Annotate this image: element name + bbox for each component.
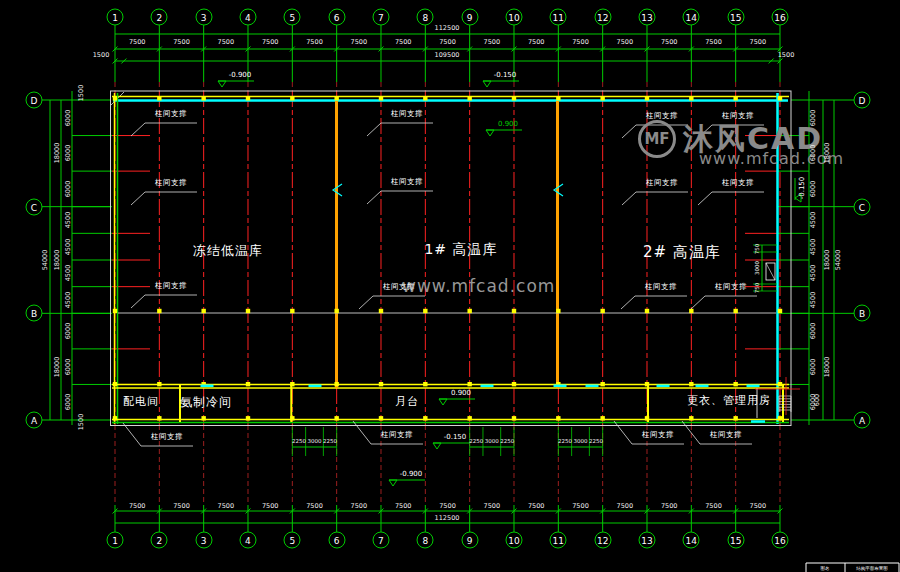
level-text: -0.150 [798, 177, 806, 200]
side-group-dim-right: 18000 [823, 143, 831, 164]
bay-dim-top: 7500 [528, 38, 545, 46]
dim-total-bottom: 112500 [435, 514, 460, 522]
door-dim-text: 3000 [307, 438, 321, 444]
level-text: -0.150 [444, 433, 467, 441]
bracing-label: 柱间支撑 [381, 430, 413, 440]
bay-dim-bottom: 7500 [395, 502, 412, 510]
grid-bubble-left: B [26, 305, 43, 322]
grid-bubble-bottom: 3 [195, 532, 212, 549]
bracing-label: 柱间支撑 [646, 178, 678, 188]
grid-bubble-bottom: 11 [550, 532, 567, 549]
titleblock-label: 图名 [821, 566, 830, 571]
bracing-label: 柱间支撑 [722, 111, 754, 121]
side-dim-right: 4500 [809, 238, 817, 255]
bay-dim-top: 7500 [395, 38, 412, 46]
bay-dim-bottom: 7500 [528, 502, 545, 510]
grid-bubble-top: 15 [727, 9, 744, 26]
bay-dim-bottom: 7500 [661, 502, 678, 510]
cad-floor-plan: 冻结低温库 1# 高温库 2# 高温库 配电间 氨制冷间 月台 更衣、管理用房 … [0, 0, 900, 572]
side-dim-right: 4500 [809, 265, 817, 282]
door-dim-text: 3000 [485, 438, 499, 444]
side-dim-right: 6000 [809, 181, 817, 198]
side-door-dim: 750 [754, 282, 760, 293]
bay-dim-bottom: 7500 [484, 502, 501, 510]
grid-bubble-bottom: 4 [239, 532, 256, 549]
grid-bubble-top: 16 [771, 9, 788, 26]
bracing-label: 柱间支撑 [155, 281, 187, 291]
side-dim-left: 6000 [64, 323, 72, 340]
dim-total-top: 112500 [435, 24, 460, 32]
bay-dim-top: 7500 [262, 38, 279, 46]
door-dim-text: 2250 [292, 438, 306, 444]
bracing-label: 柱间支撑 [151, 432, 183, 442]
bracing-label: 柱间支撑 [155, 109, 187, 119]
bracing-label: 柱间支撑 [642, 430, 674, 440]
text-layer: 冻结低温库 1# 高温库 2# 高温库 配电间 氨制冷间 月台 更衣、管理用房 … [0, 0, 900, 572]
room-label-power: 配电间 [123, 394, 159, 409]
grid-bubble-top: 8 [417, 9, 434, 26]
bay-dim-bottom: 7500 [617, 502, 634, 510]
bracing-label: 柱间支撑 [715, 282, 747, 292]
side-group-dim-right: 18000 [823, 250, 831, 271]
bay-dim-bottom: 7500 [439, 502, 456, 510]
bay-dim-bottom: 7500 [750, 502, 767, 510]
bracing-label: 柱间支撑 [722, 178, 754, 188]
bay-dim-bottom: 7500 [572, 502, 589, 510]
side-dim-left: 4500 [64, 238, 72, 255]
side-dim-left: 4500 [64, 212, 72, 229]
bracing-label: 柱间支撑 [391, 177, 423, 187]
grid-bubble-top: 5 [284, 9, 301, 26]
side-dim-right: 4500 [809, 292, 817, 309]
bay-dim-top: 7500 [173, 38, 190, 46]
grid-bubble-bottom: 5 [284, 532, 301, 549]
grid-bubble-bottom: 2 [151, 532, 168, 549]
grid-bubble-right: D [854, 92, 871, 109]
mfcad-logo-icon: MF [638, 120, 676, 158]
bay-dim-bottom: 7500 [173, 502, 190, 510]
grid-bubble-left: D [26, 92, 43, 109]
bracing-label: 柱间支撑 [155, 178, 187, 188]
grid-bubble-top: 11 [550, 9, 567, 26]
grid-bubble-top: 7 [372, 9, 389, 26]
grid-bubble-left: A [26, 412, 43, 429]
side-door-dim: 750 [754, 243, 760, 254]
bracing-label: 柱间支撑 [391, 109, 423, 119]
bay-dim-bottom: 7500 [262, 502, 279, 510]
grid-bubble-bottom: 16 [771, 532, 788, 549]
side-dim-left: 4500 [64, 292, 72, 309]
side-end-top: 1500 [77, 85, 85, 102]
bay-dim-top: 7500 [484, 38, 501, 46]
bay-dim-bottom: 7500 [129, 502, 146, 510]
room-label-platform: 月台 [395, 394, 419, 409]
grid-bubble-top: 14 [683, 9, 700, 26]
door-dim-text: 2250 [469, 438, 483, 444]
bay-dim-bottom: 7500 [705, 502, 722, 510]
grid-bubble-bottom: 9 [461, 532, 478, 549]
grid-bubble-top: 1 [107, 9, 124, 26]
grid-bubble-top: 9 [461, 9, 478, 26]
room-label-admin: 更衣、管理用房 [687, 393, 771, 408]
side-door-dim: 3000 [754, 261, 760, 275]
room-label-hot-storage-1: 1# 高温库 [424, 241, 497, 259]
grid-bubble-bottom: 1 [107, 532, 124, 549]
grid-bubble-bottom: 14 [683, 532, 700, 549]
grid-bubble-bottom: 13 [638, 532, 655, 549]
room-label-hot-storage-2: 2# 高温库 [643, 243, 721, 262]
bay-dim-top: 7500 [750, 38, 767, 46]
bay-dim-bottom: 7500 [306, 502, 323, 510]
bracing-label: 柱间支撑 [645, 282, 677, 292]
grid-bubble-right: C [854, 198, 871, 215]
side-group-dim-left: 18000 [53, 250, 61, 271]
bay-dim-top: 7500 [439, 38, 456, 46]
bay-dim-top: 7500 [218, 38, 235, 46]
door-dim-text: 3000 [573, 438, 587, 444]
bay-dim-top: 7500 [661, 38, 678, 46]
bay-dim-bottom: 7500 [218, 502, 235, 510]
grid-bubble-bottom: 7 [372, 532, 389, 549]
side-total-left: 54000 [41, 250, 49, 271]
bracing-label: 柱间支撑 [646, 111, 678, 121]
grid-bubble-top: 13 [638, 9, 655, 26]
grid-bubble-bottom: 12 [594, 532, 611, 549]
dim-end-offset-right: 1500 [778, 51, 795, 59]
level-text: 0.900 [498, 120, 518, 128]
